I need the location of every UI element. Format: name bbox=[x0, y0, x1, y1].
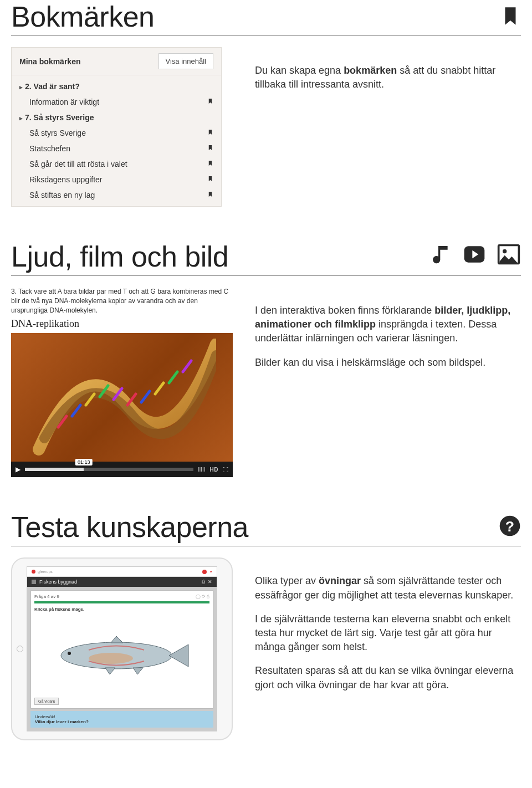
quiz-note[interactable]: Undersök! Vilka djur lever i marken? bbox=[30, 711, 213, 728]
tablet-titlebar: Fiskens byggnad ⎙ ✕ bbox=[27, 577, 217, 587]
quiz-progress-bar bbox=[34, 601, 209, 603]
bookmarks-title: Bokmärken bbox=[11, 0, 155, 33]
video-time: 01:13 bbox=[75, 459, 93, 465]
hd-label[interactable]: HD bbox=[210, 467, 218, 473]
question-icon: ? bbox=[499, 515, 521, 539]
bookmark-item[interactable]: Statschefen bbox=[12, 141, 221, 156]
image-icon bbox=[497, 242, 521, 269]
bookmark-item-label: Så går det till att rösta i valet bbox=[29, 160, 127, 168]
bookmark-icon bbox=[207, 191, 213, 199]
quiz-progress-label: Fråga 4 av 9 bbox=[34, 594, 59, 599]
dna-caption: 3. Tack vare att A bara bildar par med T… bbox=[11, 287, 233, 315]
next-button[interactable]: Gå vidare bbox=[34, 698, 59, 705]
tablet-mock: gleerups ▾ Fiskens byggnad ⎙ ✕ bbox=[11, 557, 233, 740]
quiz-card: Fråga 4 av 9 ◯ ⟳ ⎙ Klicka på fiskens mag… bbox=[30, 590, 213, 709]
test-header: Testa kunskaperna ? bbox=[11, 510, 521, 546]
svg-line-9 bbox=[141, 391, 150, 402]
avatar-icon bbox=[202, 570, 207, 574]
user-label: ▾ bbox=[210, 570, 212, 574]
svg-line-11 bbox=[169, 372, 177, 383]
bookmark-item-label: Så stiftas en ny lag bbox=[29, 191, 95, 199]
quiz-instruction: Klicka på fiskens mage. bbox=[34, 607, 209, 612]
svg-point-16 bbox=[89, 653, 133, 664]
note-line1: Undersök! bbox=[35, 714, 209, 719]
bookmarks-panel-title: Mina bokmärken bbox=[19, 57, 80, 66]
bookmark-icon bbox=[207, 98, 213, 106]
bookmark-item-label: Så styrs Sverige bbox=[29, 129, 86, 137]
bookmark-item[interactable]: Riksdagens uppgifter bbox=[12, 172, 221, 187]
bookmarks-list: 2. Vad är sant? Information är viktigt 7… bbox=[12, 75, 221, 206]
fish-illustration[interactable] bbox=[34, 615, 209, 695]
dna-image bbox=[28, 339, 216, 460]
tablet-home-button[interactable] bbox=[17, 646, 23, 652]
media-header: Ljud, film och bild bbox=[11, 240, 521, 276]
fullscreen-icon[interactable]: ⛶ bbox=[223, 467, 228, 473]
svg-line-10 bbox=[155, 383, 163, 394]
bookmark-icon bbox=[500, 6, 521, 29]
bookmarks-panel-header: Mina bokmärken Visa innehåll bbox=[12, 48, 221, 75]
bookmark-item-label: Riksdagens uppgifter bbox=[29, 175, 103, 184]
svg-text:?: ? bbox=[505, 518, 514, 535]
test-body-2: I de självrättande testerna kan eleverna… bbox=[255, 612, 521, 654]
menu-icon[interactable] bbox=[32, 580, 36, 584]
bookmark-icon bbox=[207, 129, 213, 137]
bookmark-group[interactable]: 7. Så styrs Sverige bbox=[12, 110, 221, 125]
section-media: Ljud, film och bild 3. Tack vare att A b… bbox=[11, 240, 521, 477]
video-progress[interactable]: 01:13 bbox=[25, 468, 193, 471]
quiz-meta: ◯ ⟳ ⎙ bbox=[196, 594, 209, 599]
video-icon bbox=[462, 242, 487, 269]
media-title: Ljud, film och bild bbox=[11, 240, 228, 273]
media-header-icons bbox=[430, 242, 521, 273]
bookmark-icon bbox=[207, 145, 213, 152]
close-icon[interactable]: ✕ bbox=[208, 579, 212, 585]
test-body-3: Resultaten sparas så att du kan se vilka… bbox=[255, 664, 521, 692]
brand-text: gleerups bbox=[38, 570, 53, 574]
bookmark-item[interactable]: Så styrs Sverige bbox=[12, 125, 221, 141]
play-button[interactable]: ▶ bbox=[16, 465, 21, 473]
bookmarks-header-icons bbox=[500, 6, 521, 33]
tablet-bar-title: Fiskens byggnad bbox=[39, 579, 77, 585]
section-test: Testa kunskaperna ? gleerups bbox=[11, 510, 521, 740]
bookmark-icon bbox=[207, 176, 213, 183]
media-body-2: Bilder kan du visa i helskärmsläge och s… bbox=[255, 356, 521, 370]
brand-dot-icon bbox=[32, 570, 35, 574]
test-header-icons: ? bbox=[499, 515, 521, 544]
test-body-1: Olika typer av övningar så som självrätt… bbox=[255, 574, 521, 602]
print-icon[interactable]: ⎙ bbox=[202, 579, 204, 585]
test-title: Testa kunskaperna bbox=[11, 510, 248, 544]
svg-point-2 bbox=[503, 249, 507, 253]
bookmarks-panel: Mina bokmärken Visa innehåll 2. Vad är s… bbox=[11, 47, 222, 207]
bookmark-group[interactable]: 2. Vad är sant? bbox=[12, 79, 221, 94]
bookmark-item[interactable]: Information är viktigt bbox=[12, 94, 221, 110]
dna-label: DNA-replikation bbox=[11, 318, 233, 330]
bookmark-item[interactable]: Så stiftas en ny lag bbox=[12, 187, 221, 203]
bookmark-item-label: Statschefen bbox=[29, 144, 70, 153]
svg-line-12 bbox=[183, 361, 191, 372]
bookmark-icon bbox=[207, 160, 213, 168]
section-bookmarks: Bokmärken Mina bokmärken Visa innehåll 2… bbox=[11, 0, 521, 207]
tablet-screen: gleerups ▾ Fiskens byggnad ⎙ ✕ bbox=[27, 566, 217, 731]
volume-icon[interactable]: IIIII bbox=[198, 467, 206, 473]
video-controls: ▶ 01:13 IIIII HD ⛶ bbox=[11, 462, 233, 477]
show-content-button[interactable]: Visa innehåll bbox=[158, 53, 213, 69]
bookmarks-header: Bokmärken bbox=[11, 0, 521, 36]
svg-point-17 bbox=[68, 652, 71, 655]
media-body-1: I den interaktiva boken finns förklarand… bbox=[255, 304, 521, 346]
music-icon bbox=[430, 243, 452, 268]
dna-video-player[interactable]: ▶ 01:13 IIIII HD ⛶ bbox=[11, 333, 233, 477]
bookmark-item[interactable]: Så går det till att rösta i valet bbox=[12, 156, 221, 172]
bookmark-item-label: Information är viktigt bbox=[29, 98, 99, 106]
tablet-topbar: gleerups ▾ bbox=[27, 567, 217, 577]
bookmarks-body: Du kan skapa egna bokmärken så att du sn… bbox=[255, 64, 521, 91]
note-line2: Vilka djur lever i marken? bbox=[35, 719, 209, 724]
